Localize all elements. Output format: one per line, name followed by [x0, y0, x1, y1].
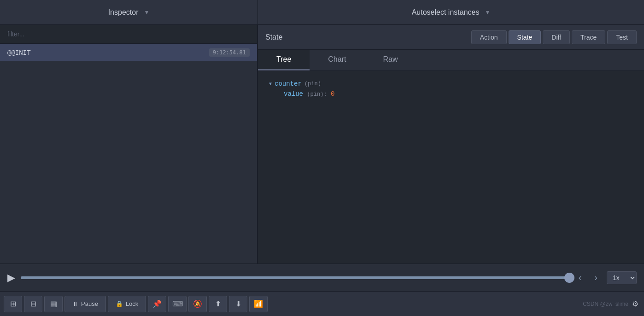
prev-button[interactable]: ‹ [575, 270, 585, 285]
action-name: @@INIT [7, 49, 31, 56]
tree-counter-annotation: (pin) [304, 81, 321, 87]
grid3-icon: ▦ [50, 299, 57, 308]
autoselect-section: Autoselect instances ▼ [258, 8, 644, 17]
pause-label: Pause [81, 300, 98, 307]
upload-icon: ⬆ [215, 299, 221, 308]
signal-icon-btn[interactable]: 📶 [249, 296, 268, 312]
autoselect-title: Autoselect instances [412, 8, 480, 17]
tree-expand-arrow[interactable]: ▼ [269, 82, 272, 87]
tab-test[interactable]: Test [607, 30, 637, 44]
tree-value-pin: (pin): [307, 91, 327, 98]
top-header: Inspector ▼ Autoselect instances ▼ [0, 0, 644, 25]
bell-off-icon: 🔕 [193, 299, 202, 308]
tabs-row: Action State Diff Trace Test [471, 30, 637, 44]
progress-track[interactable] [21, 276, 569, 279]
bottom-toolbar: ⊞ ⊟ ▦ ⏸ Pause 🔒 Lock 📌 ⌨ 🔕 ⬆ ⬇ 📶 CSDN @z… [0, 291, 644, 316]
lock-icon: 🔒 [116, 300, 123, 307]
right-panel: State Action State Diff Trace Test Tree … [258, 25, 644, 263]
signal-icon: 📶 [254, 299, 263, 308]
sub-tab-raw[interactable]: Raw [364, 50, 416, 70]
action-item[interactable]: @@INIT 9:12:54.81 [0, 44, 257, 62]
grid-icon-btn[interactable]: ⊞ [4, 296, 22, 312]
keyboard-icon: ⌨ [172, 299, 183, 308]
tree-value-val: 0 [331, 90, 334, 98]
action-list: @@INIT 9:12:54.81 [0, 44, 257, 263]
lock-button[interactable]: 🔒 Lock [108, 296, 146, 312]
tab-state[interactable]: State [509, 30, 541, 44]
grid2-icon: ⊟ [30, 299, 36, 308]
grid2-icon-btn[interactable]: ⊟ [24, 296, 42, 312]
gear-icon: ⚙ [632, 300, 638, 308]
main-content: @@INIT 9:12:54.81 State Action State Dif… [0, 25, 644, 263]
action-time: 9:12:54.81 [209, 48, 250, 57]
tree-value-key: value [284, 90, 303, 98]
lock-label: Lock [126, 300, 138, 307]
grid-icon: ⊞ [10, 299, 16, 308]
next-button[interactable]: › [591, 270, 601, 285]
grid3-icon-btn[interactable]: ▦ [44, 296, 63, 312]
inspector-section: Inspector ▼ [0, 0, 258, 24]
keyboard-icon-btn[interactable]: ⌨ [168, 296, 187, 312]
playbar: ▶ ‹ › 1x 0.5x 2x [0, 263, 644, 291]
inspector-title: Inspector [108, 8, 139, 17]
progress-thumb[interactable] [564, 273, 574, 283]
left-panel: @@INIT 9:12:54.81 [0, 25, 258, 263]
speed-select[interactable]: 1x 0.5x 2x [607, 271, 637, 284]
tab-action[interactable]: Action [471, 30, 507, 44]
pin-icon: 📌 [152, 299, 162, 308]
tree-child-value: value (pin): 0 [284, 90, 633, 98]
sub-tabs: Tree Chart Raw [258, 50, 644, 71]
download-icon-btn[interactable]: ⬇ [229, 296, 247, 312]
csdn-watermark: CSDN @zw_slime [583, 301, 628, 307]
gear-button[interactable]: ⚙ [630, 298, 640, 310]
upload-icon-btn[interactable]: ⬆ [209, 296, 227, 312]
progress-fill [21, 276, 569, 279]
inspector-dropdown-arrow[interactable]: ▼ [144, 9, 149, 16]
pause-button[interactable]: ⏸ Pause [64, 296, 106, 312]
filter-input[interactable] [0, 25, 257, 44]
tab-diff[interactable]: Diff [543, 30, 570, 44]
tree-counter-key: counter [275, 80, 302, 88]
tree-node-counter: ▼ counter (pin) value (pin): 0 [269, 80, 633, 98]
right-panel-header: State Action State Diff Trace Test [258, 25, 644, 50]
download-icon: ⬇ [235, 299, 241, 308]
sub-tab-chart[interactable]: Chart [310, 50, 364, 70]
tree-node-header: ▼ counter (pin) [269, 80, 633, 88]
pin-icon-btn[interactable]: 📌 [148, 296, 166, 312]
tree-content: ▼ counter (pin) value (pin): 0 [258, 71, 644, 263]
autoselect-dropdown-arrow[interactable]: ▼ [485, 9, 490, 16]
sub-tab-tree[interactable]: Tree [258, 50, 310, 70]
play-button[interactable]: ▶ [7, 272, 15, 284]
pause-icon: ⏸ [72, 300, 78, 307]
bell-icon-btn[interactable]: 🔕 [188, 296, 207, 312]
tab-trace[interactable]: Trace [572, 30, 605, 44]
state-label: State [265, 33, 282, 41]
